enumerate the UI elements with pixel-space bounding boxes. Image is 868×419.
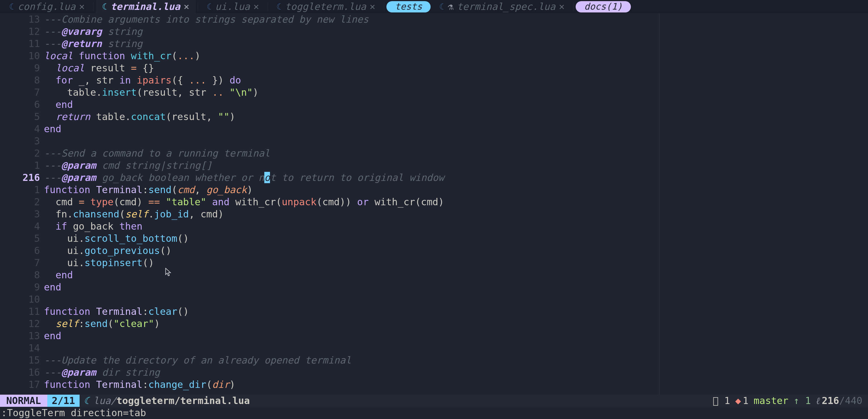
lua-icon: ☾ [439, 1, 444, 13]
statusline: NORMAL 2/11 ☾ lua/toggleterm/terminal.lu… [0, 395, 868, 407]
tab-label: ui.lua [215, 1, 250, 13]
buffer-tabline: ☾ config.lua × ☾ terminal.lua × ☾ ui.lua… [0, 0, 868, 13]
tab-separator [198, 3, 198, 11]
tab-config-lua[interactable]: ☾ config.lua × [3, 0, 91, 13]
file-name: terminal.lua [180, 395, 250, 407]
tab-label: toggleterm.lua [285, 1, 366, 13]
tab-toggleterm-lua[interactable]: ☾ toggleterm.lua × [270, 0, 381, 13]
search-count: 2/11 [47, 395, 80, 407]
comment: ---Combine arguments into strings separa… [44, 13, 369, 25]
tab-terminal-spec-lua[interactable]: ☾ ⚗ terminal_spec.lua × [433, 0, 571, 13]
command-text: :ToggleTerm direction=tab [1, 407, 146, 419]
line-indicator: ℓ216/440 [816, 395, 863, 407]
git-branch: master [753, 395, 788, 407]
close-icon[interactable]: × [253, 1, 259, 13]
tab-label: config.lua [18, 1, 75, 13]
close-icon[interactable]: × [369, 1, 375, 13]
docs-pill[interactable]: docs(1) [576, 1, 631, 12]
lua-icon: ☾ [102, 1, 107, 13]
tab-ui-lua[interactable]: ☾ ui.lua × [200, 0, 265, 13]
flask-icon: ⚗ [447, 1, 453, 13]
current-line-number: 216 [23, 172, 40, 183]
tab-separator [268, 3, 268, 11]
lua-icon: ☾ [9, 1, 14, 13]
github-icon:  [713, 395, 718, 406]
github-indicator:  1 [713, 395, 730, 407]
filetype-icon: ☾ [80, 395, 93, 407]
close-icon[interactable]: × [79, 1, 85, 13]
lua-icon: ☾ [207, 1, 212, 13]
code-area[interactable]: ---Combine arguments into strings separa… [44, 13, 444, 391]
git-ahead: 1 [794, 395, 811, 407]
tab-separator [384, 3, 384, 11]
line-icon: ℓ [816, 395, 820, 406]
editor[interactable]: 13 12 11 10 9 8 7 6 5 4 3 2 1 216 1 2 3 … [0, 13, 868, 391]
gutter: 13 12 11 10 9 8 7 6 5 4 3 2 1 216 1 2 3 … [0, 13, 44, 391]
command-line[interactable]: :ToggleTerm direction=tab [0, 407, 868, 419]
tab-separator [573, 3, 574, 11]
cursor: o [264, 172, 270, 183]
path-segment: lua/ [93, 395, 117, 407]
tests-pill[interactable]: tests [386, 1, 431, 12]
mode-indicator: NORMAL [0, 395, 47, 407]
diagnostics-error: 1 [735, 395, 748, 407]
path-segment: toggleterm/ [117, 395, 180, 407]
tab-terminal-lua[interactable]: ☾ terminal.lua × [96, 0, 195, 13]
colorcolumn [659, 13, 659, 419]
close-icon[interactable]: × [184, 1, 189, 13]
tab-label: terminal.lua [111, 1, 180, 13]
close-icon[interactable]: × [559, 1, 565, 13]
lua-icon: ☾ [277, 1, 282, 13]
tab-label: terminal_spec.lua [457, 1, 556, 13]
